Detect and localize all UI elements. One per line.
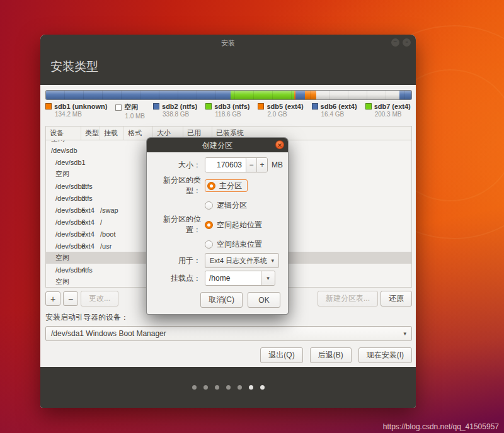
back-button[interactable]: 后退(B) bbox=[310, 347, 352, 363]
legend-name: sdb7 (ext4) bbox=[374, 103, 411, 110]
radio-icon[interactable] bbox=[207, 182, 215, 190]
radio-icon[interactable] bbox=[205, 201, 213, 210]
legend-swatch bbox=[153, 103, 159, 110]
legend-swatch bbox=[45, 103, 52, 110]
cell-mount: /swap bbox=[100, 206, 124, 214]
partition-location-option[interactable]: 空间起始位置 bbox=[205, 218, 262, 231]
dialog-titlebar: 创建分区 ✕ bbox=[147, 138, 288, 152]
legend-name: sdb1 (unknown) bbox=[54, 103, 107, 110]
size-unit: MB bbox=[272, 160, 283, 169]
radio-icon[interactable] bbox=[205, 221, 213, 229]
progress-footer bbox=[40, 367, 416, 408]
ok-button[interactable]: OK bbox=[248, 292, 280, 308]
cell-type: ntfs bbox=[81, 183, 100, 190]
size-spinner: − + bbox=[205, 157, 268, 172]
disk-segment-sdb8 bbox=[305, 91, 316, 99]
spin-minus-icon[interactable]: − bbox=[246, 158, 256, 172]
radio-icon[interactable] bbox=[205, 240, 213, 249]
mount-point-combo: /home ▾ bbox=[205, 271, 275, 286]
partition-type-label: 新分区的类型： bbox=[152, 175, 201, 196]
install-now-button[interactable]: 现在安装(I) bbox=[358, 347, 412, 363]
disk-segment-sdb3 bbox=[231, 91, 294, 99]
spin-plus-icon[interactable]: + bbox=[256, 158, 267, 172]
disk-segment-sdb5 bbox=[294, 91, 295, 99]
partition-type-option[interactable]: 主分区 bbox=[205, 179, 248, 192]
partition-type-group: 新分区的类型：主分区逻辑分区 bbox=[152, 175, 284, 211]
window-icon[interactable]: ▫ bbox=[403, 38, 411, 47]
boot-device-select[interactable]: /dev/sda1 Windows Boot Manager ▾ bbox=[45, 326, 412, 341]
legend-swatch bbox=[205, 103, 212, 110]
change-partition-button: 更改... bbox=[81, 291, 118, 306]
legend-name: sdb5 (ext4) bbox=[266, 103, 303, 110]
window-titlebar: 安装 − ▫ bbox=[40, 35, 416, 51]
legend-item: sdb1 (unknown)134.2 MB bbox=[45, 103, 107, 123]
cell-device: /dev/sdb6 bbox=[46, 218, 81, 226]
close-icon[interactable]: ✕ bbox=[275, 140, 284, 149]
legend-item: sdb7 (ext4)200.3 MB bbox=[365, 103, 411, 123]
legend-size: 134.2 MB bbox=[55, 111, 107, 118]
cancel-button[interactable]: 取消(C) bbox=[200, 292, 243, 308]
cell-device: 空闲 bbox=[46, 253, 81, 262]
legend-size: 338.8 GB bbox=[163, 111, 197, 118]
legend-size: 118.6 GB bbox=[215, 111, 249, 118]
partition-type-option[interactable]: 逻辑分区 bbox=[205, 199, 247, 211]
header-bar: 安装类型 bbox=[40, 51, 416, 85]
partition-type-row: 逻辑分区 bbox=[152, 199, 284, 211]
legend-size: 2.0 GB bbox=[267, 111, 303, 118]
legend-item: sdb5 (ext4)2.0 GB bbox=[258, 103, 303, 123]
cell-type: ext4 bbox=[81, 218, 100, 226]
progress-dot bbox=[260, 385, 265, 390]
page-title: 安装类型 bbox=[40, 51, 416, 75]
legend-name: 空闲 bbox=[124, 103, 138, 112]
add-partition-button[interactable]: + bbox=[45, 291, 60, 306]
size-label: 大小： bbox=[152, 160, 201, 171]
mount-point-input[interactable]: /home bbox=[205, 271, 261, 285]
minimize-icon[interactable]: − bbox=[391, 38, 399, 47]
progress-dot bbox=[203, 385, 208, 390]
mount-point-label: 挂载点： bbox=[152, 273, 201, 284]
chevron-down-icon[interactable]: ▾ bbox=[261, 271, 275, 285]
cell-device: /dev/sdb1 bbox=[46, 159, 81, 166]
new-partition-table-button: 新建分区表... bbox=[318, 291, 378, 306]
legend-item: sdb2 (ntfs)338.8 GB bbox=[153, 103, 197, 123]
legend-size: 1.0 MB bbox=[125, 113, 145, 120]
revert-button[interactable]: 还原 bbox=[381, 291, 412, 306]
cell-mount: /usr bbox=[100, 242, 124, 250]
legend-item: sdb3 (ntfs)118.6 GB bbox=[205, 103, 249, 123]
filesystem-value: Ext4 日志文件系统 bbox=[210, 256, 267, 266]
filesystem-select[interactable]: Ext4 日志文件系统 ▾ bbox=[205, 253, 279, 268]
cell-mount: /boot bbox=[100, 230, 124, 238]
cell-type: ext4 bbox=[81, 242, 100, 250]
legend-size: 16.4 GB bbox=[321, 111, 357, 118]
dialog-buttons: 取消(C) OK bbox=[152, 292, 280, 308]
partition-location-label: 新分区的位置： bbox=[152, 214, 201, 235]
cell-device: /dev/sdb2 bbox=[46, 183, 81, 190]
partition-type-option-label: 逻辑分区 bbox=[217, 200, 247, 211]
cell-device: /dev/sdb5 bbox=[46, 206, 81, 214]
column-header: 设备 bbox=[46, 127, 81, 140]
legend-item: sdb6 (ext4)16.4 GB bbox=[312, 103, 357, 123]
legend-item: 空闲1.0 MB bbox=[115, 103, 145, 123]
watermark-url: https://blog.csdn.net/qq_41505957 bbox=[383, 422, 499, 431]
disk-segment-sdb2 bbox=[46, 91, 231, 99]
dialog-title: 创建分区 bbox=[147, 140, 288, 151]
quit-button[interactable]: 退出(Q) bbox=[260, 347, 302, 363]
legend-name: sdb2 (ntfs) bbox=[162, 103, 197, 110]
cell-device: 空闲 bbox=[46, 169, 81, 179]
column-header: 类型 bbox=[81, 127, 100, 140]
legend-size: 200.3 MB bbox=[375, 111, 411, 118]
disk-segment-sdb6 bbox=[295, 91, 305, 99]
cell-type: ext4 bbox=[81, 206, 100, 214]
mount-point-row: 挂载点： /home ▾ bbox=[152, 271, 284, 286]
remove-partition-button[interactable]: − bbox=[63, 291, 78, 306]
size-input[interactable] bbox=[205, 158, 246, 172]
legend-swatch bbox=[258, 103, 264, 110]
progress-dot bbox=[249, 385, 253, 390]
window-controls: − ▫ bbox=[391, 38, 411, 47]
partition-legend: sdb1 (unknown)134.2 MB空闲1.0 MBsdb2 (ntfs… bbox=[45, 103, 412, 123]
chevron-down-icon: ▾ bbox=[403, 330, 406, 337]
partition-location-option[interactable]: 空间结束位置 bbox=[205, 238, 262, 250]
cell-device: /dev/sdb8 bbox=[46, 242, 81, 250]
cell-device: /dev/sdb7 bbox=[46, 230, 81, 238]
progress-dot bbox=[238, 385, 242, 390]
